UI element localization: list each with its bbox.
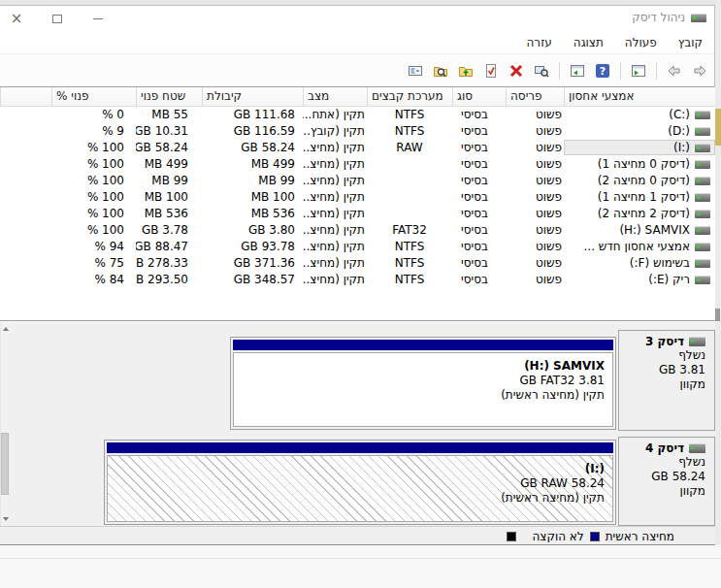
- disk3-header-panel[interactable]: דיסק 3 נשלף 3.81 GB מקוון: [618, 330, 715, 431]
- table-row[interactable]: (D:)פשוטבסיסיNTFSתקין (קובץ...116.59 GB1…: [0, 123, 715, 140]
- menu-action[interactable]: פעולה: [625, 36, 657, 49]
- help-icon[interactable]: ?: [592, 59, 613, 82]
- window-action-pane-icon[interactable]: [567, 59, 588, 82]
- arrow-forward-icon[interactable]: [689, 59, 710, 82]
- scrollbar-thumb[interactable]: [1, 433, 9, 495]
- cell-capacity: 116.59 GB: [202, 123, 303, 140]
- folder-up-icon[interactable]: [455, 59, 476, 82]
- column-header-capacity[interactable]: קיבולת: [202, 87, 303, 106]
- table-row[interactable]: ריק (E:)פשוטבסיסיNTFSתקין (מחיצ...348.57…: [0, 272, 715, 288]
- cell-spacer: [0, 156, 51, 173]
- cell-layout: פשוט: [506, 107, 564, 123]
- legend-unallocated-label: לא הוקצה: [532, 530, 583, 543]
- background-artifact: [715, 109, 721, 146]
- scroll-up-icon[interactable]: [1, 322, 10, 335]
- table-row[interactable]: (דיסק 2 מחיצה 2)פשוטבסיסיתקין (מחיצ...53…: [0, 206, 715, 222]
- drive-icon: [695, 160, 710, 169]
- drive-icon: [695, 111, 710, 119]
- cell-type: בסיסי: [452, 206, 506, 222]
- cell-name: (דיסק 0 מחיצה 2): [564, 173, 715, 189]
- volume-name: (I:): [112, 462, 605, 476]
- table-row[interactable]: אמצעי אחסון חדש ...פשוטבסיסיNTFSתקין (מח…: [0, 239, 715, 255]
- disk4-title: דיסק 4: [645, 441, 684, 455]
- column-header-spacer[interactable]: [0, 87, 51, 106]
- cell-capacity: 58.24 GB: [202, 140, 303, 156]
- column-header-fs[interactable]: מערכת קבצים: [367, 87, 452, 106]
- disk3-volume-bar[interactable]: (H:) SAMVIX 3.81 GB FAT32 תקין (מחיצה רא…: [230, 337, 616, 430]
- close-icon[interactable]: ×: [8, 10, 25, 27]
- table-row[interactable]: (I:)פשוטבסיסיRAWתקין (מחיצ...58.24 GB58.…: [0, 140, 715, 156]
- column-header-layout[interactable]: פריסה: [506, 87, 564, 106]
- table-row[interactable]: (דיסק 0 מחיצה 2)פשוטבסיסיתקין (מחיצ...99…: [0, 173, 715, 189]
- vertical-scrollbar[interactable]: [0, 322, 9, 526]
- minimize-icon[interactable]: [89, 10, 107, 27]
- cell-layout: פשוט: [506, 189, 564, 206]
- table-header: אמצעי אחסוןפריסהסוגמערכת קבציםמצבקיבולתש…: [0, 87, 715, 107]
- disk4-status: מקוון: [623, 484, 705, 499]
- cell-layout: פשוט: [506, 206, 564, 222]
- cell-pct: 100 %: [51, 189, 136, 206]
- scroll-down-icon[interactable]: [1, 512, 10, 525]
- menu-help[interactable]: עזרה: [527, 36, 552, 49]
- cell-status: תקין (מחיצ...: [303, 255, 367, 272]
- disk-icon: [689, 443, 705, 453]
- cell-pct: 100 %: [51, 173, 136, 189]
- menu-file[interactable]: קובץ: [678, 36, 703, 49]
- folder-search-icon[interactable]: [430, 59, 451, 82]
- primary-partition-strip: [233, 340, 613, 350]
- cell-type: בסיסי: [452, 140, 506, 156]
- cell-type: בסיסי: [452, 239, 506, 255]
- cell-status: תקין (מחיצ...: [303, 156, 367, 173]
- cell-spacer: [0, 123, 51, 140]
- table-row[interactable]: (דיסק 1 מחיצה 1)פשוטבסיסיתקין (מחיצ...10…: [0, 189, 715, 206]
- cell-status: תקין (מחיצ...: [303, 189, 367, 206]
- maximize-icon[interactable]: [49, 10, 66, 27]
- disk3-volume-box[interactable]: (H:) SAMVIX 3.81 GB FAT32 תקין (מחיצה רא…: [233, 352, 613, 427]
- cell-layout: פשוט: [506, 222, 564, 239]
- cell-fs: [367, 156, 452, 173]
- table-row[interactable]: (C:)פשוטבסיסיNTFSתקין (אתח...111.68 GB55…: [0, 107, 715, 123]
- disk4-volume-bar[interactable]: (I:) 58.24 GB RAW תקין (מחיצה ראשית): [104, 440, 616, 525]
- cell-free: 3.78 GB: [136, 222, 202, 239]
- cell-pct: 9 %: [51, 123, 136, 140]
- app-disk-icon: [691, 14, 706, 22]
- legend-bar: לא הוקצה מחיצה ראשית: [0, 526, 715, 544]
- cell-type: בסיסי: [452, 189, 506, 206]
- cell-layout: פשוט: [506, 173, 564, 189]
- disk3-status: מקוון: [623, 377, 705, 392]
- column-header-type[interactable]: סוג: [452, 87, 506, 106]
- document-check-icon[interactable]: [480, 59, 502, 82]
- window-console-tree-icon[interactable]: [628, 59, 649, 82]
- delete-x-icon[interactable]: [506, 59, 527, 82]
- table-row[interactable]: (H:) SAMVIXפשוטבסיסיFAT32תקין (מחיצ...3.…: [0, 222, 715, 239]
- menu-view[interactable]: תצוגה: [574, 36, 604, 49]
- primary-partition-swatch: [590, 532, 600, 541]
- drive-icon: [695, 210, 710, 218]
- table-row[interactable]: (דיסק 0 מחיצה 1)פשוטבסיסיתקין (מחיצ...49…: [0, 156, 715, 173]
- cell-name: (I:): [564, 140, 715, 156]
- toolbar-separator: [559, 62, 560, 80]
- disk4-volume-box-selected[interactable]: (I:) 58.24 GB RAW תקין (מחיצה ראשית): [107, 455, 613, 522]
- toolbar: ?: [0, 54, 714, 87]
- cell-layout: פשוט: [506, 156, 564, 173]
- cell-free: 58.24 GB: [136, 140, 202, 156]
- title-bar: × ניהול דיסק: [0, 6, 714, 32]
- column-header-status[interactable]: מצב: [303, 87, 367, 106]
- cell-fs: NTFS: [367, 239, 452, 255]
- properties-dialog-icon[interactable]: [405, 59, 426, 82]
- arrow-back-icon[interactable]: [664, 59, 685, 82]
- disk3-size: 3.81 GB: [623, 363, 705, 377]
- cell-name: אמצעי אחסון חדש ...: [564, 239, 715, 255]
- column-header-pct[interactable]: פנוי %: [51, 87, 136, 106]
- computer-search-icon[interactable]: [531, 59, 552, 82]
- column-header-name[interactable]: אמצעי אחסון: [564, 87, 715, 106]
- volume-detail: 3.81 GB FAT32: [238, 374, 605, 388]
- disk4-header-panel[interactable]: דיסק 4 נשלף 58.24 GB מקוון: [618, 437, 715, 526]
- column-header-free[interactable]: שטח פנוי: [136, 87, 202, 106]
- cell-spacer: [0, 173, 51, 189]
- menu-bar: קובץ פעולה תצוגה עזרה: [0, 32, 714, 54]
- table-row[interactable]: בשימוש (F:)פשוטבסיסיNTFSתקין (מחיצ...371…: [0, 255, 715, 272]
- window-title: ניהול דיסק: [632, 11, 685, 24]
- cell-pct: 100 %: [51, 222, 136, 239]
- cell-type: בסיסי: [452, 255, 506, 272]
